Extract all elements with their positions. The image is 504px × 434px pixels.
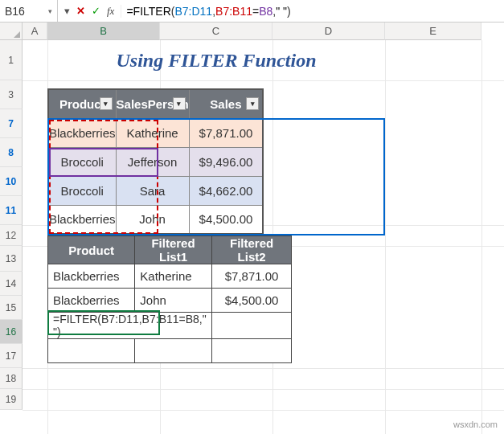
table-row[interactable]: =FILTER(B7:D11,B7:B11=B8," ") bbox=[48, 313, 292, 339]
header-product[interactable]: Product bbox=[48, 236, 135, 264]
row-header-14[interactable]: 14 bbox=[0, 272, 23, 296]
col-header-B[interactable]: B bbox=[47, 23, 160, 40]
table-header-row: Product Filtered List1 Filtered List2 bbox=[48, 236, 292, 264]
table-header-row: Product▾ SalesPerson▾ Sales▾ bbox=[48, 89, 263, 118]
source-table: Product▾ SalesPerson▾ Sales▾ Blackberrie… bbox=[47, 88, 264, 235]
cell-list1[interactable]: Katherine bbox=[135, 264, 211, 289]
cell-list2[interactable]: $7,871.00 bbox=[211, 264, 292, 289]
name-box[interactable]: B16 ▾ bbox=[0, 0, 58, 22]
row-headers: 1 3 7 8 10 11 12 13 14 15 16 17 18 19 bbox=[0, 40, 23, 410]
cell-sales[interactable]: $9,496.00 bbox=[189, 147, 263, 176]
row-header-10[interactable]: 10 bbox=[0, 167, 23, 196]
table-row[interactable]: Blackberries Katherine $7,871.00 bbox=[48, 264, 292, 289]
cell-sales[interactable]: $7,871.00 bbox=[189, 118, 263, 147]
cell-sales[interactable]: $4,500.00 bbox=[189, 205, 263, 234]
confirm-icon[interactable]: ✓ bbox=[92, 5, 100, 17]
watermark: wsxdn.com bbox=[453, 420, 498, 429]
cell-empty[interactable] bbox=[48, 339, 135, 363]
cell-product[interactable]: Broccoli bbox=[48, 176, 116, 205]
row-header-8[interactable]: 8 bbox=[0, 138, 23, 167]
cell-person[interactable]: Katherine bbox=[116, 118, 189, 147]
row-header-1[interactable]: 1 bbox=[0, 40, 23, 80]
table-row[interactable]: Broccoli Jefferson $9,496.00 bbox=[48, 147, 263, 176]
cell-product[interactable]: Blackberries bbox=[48, 118, 116, 147]
cell-product[interactable]: Broccoli bbox=[48, 147, 116, 176]
table-row[interactable] bbox=[48, 339, 292, 363]
header-salesperson[interactable]: SalesPerson▾ bbox=[116, 89, 189, 118]
spreadsheet-grid[interactable]: A B C D E 1 3 7 8 10 11 12 13 14 15 16 1… bbox=[0, 23, 504, 40]
cell-list2[interactable]: $4,500.00 bbox=[211, 289, 292, 313]
row-header-17[interactable]: 17 bbox=[0, 344, 23, 368]
page-title: Using FILTER Function bbox=[47, 40, 385, 80]
row-header-13[interactable]: 13 bbox=[0, 246, 23, 272]
formula-input[interactable]: =FILTER(B7:D11,B7:B11=B8," ") bbox=[121, 5, 504, 18]
cell-list1[interactable]: John bbox=[135, 289, 211, 313]
header-filtered1[interactable]: Filtered List1 bbox=[135, 236, 211, 264]
col-header-C[interactable]: C bbox=[160, 23, 272, 40]
table-row[interactable]: Blackberries John $4,500.00 bbox=[48, 289, 292, 313]
col-header-E[interactable]: E bbox=[385, 23, 481, 40]
row-header-19[interactable]: 19 bbox=[0, 389, 23, 410]
row-header-18[interactable]: 18 bbox=[0, 368, 23, 389]
column-headers: A B C D E bbox=[23, 23, 481, 40]
cell-sales[interactable]: $4,662.00 bbox=[189, 176, 263, 205]
row-header-16[interactable]: 16 bbox=[0, 320, 23, 344]
filter-icon[interactable]: ▾ bbox=[100, 97, 113, 110]
row-header-15[interactable]: 15 bbox=[0, 296, 23, 320]
select-all-corner[interactable] bbox=[0, 23, 23, 40]
name-box-dropdown-icon[interactable]: ▾ bbox=[48, 7, 52, 15]
table-row[interactable]: Blackberries John $4,500.00 bbox=[48, 205, 263, 234]
header-product[interactable]: Product▾ bbox=[48, 89, 116, 118]
cell-product[interactable]: Blackberries bbox=[48, 264, 135, 289]
row-header-3[interactable]: 3 bbox=[0, 80, 23, 109]
filter-icon[interactable]: ▾ bbox=[246, 97, 259, 110]
cell-person[interactable]: Jefferson bbox=[116, 147, 189, 176]
cell-person[interactable]: Sara bbox=[116, 176, 189, 205]
row-header-12[interactable]: 12 bbox=[0, 225, 23, 246]
cell-empty[interactable] bbox=[211, 313, 292, 339]
formula-bar: B16 ▾ ▾ ✕ ✓ fx =FILTER(B7:D11,B7:B11=B8,… bbox=[0, 0, 504, 23]
row-header-7[interactable]: 7 bbox=[0, 109, 23, 138]
header-sales[interactable]: Sales▾ bbox=[189, 89, 263, 118]
filter-icon[interactable]: ▾ bbox=[173, 97, 186, 110]
name-box-value: B16 bbox=[5, 5, 25, 18]
cell-empty[interactable] bbox=[135, 339, 211, 363]
col-header-D[interactable]: D bbox=[272, 23, 385, 40]
cancel-icon[interactable]: ✕ bbox=[76, 5, 85, 17]
cell-empty[interactable] bbox=[211, 339, 292, 363]
cell-product[interactable]: Blackberries bbox=[48, 289, 135, 313]
cell-person[interactable]: John bbox=[116, 205, 189, 234]
formula-bar-buttons: ▾ ✕ ✓ fx bbox=[58, 5, 121, 18]
header-filtered2[interactable]: Filtered List2 bbox=[211, 236, 292, 264]
fx-icon[interactable]: fx bbox=[107, 5, 114, 18]
dropdown-icon[interactable]: ▾ bbox=[64, 5, 70, 17]
cell-formula[interactable]: =FILTER(B7:D11,B7:B11=B8," ") bbox=[48, 313, 212, 339]
result-table: Product Filtered List1 Filtered List2 Bl… bbox=[47, 235, 292, 363]
table-row[interactable]: Broccoli Sara $4,662.00 bbox=[48, 176, 263, 205]
col-header-A[interactable]: A bbox=[23, 23, 47, 40]
cell-product[interactable]: Blackberries bbox=[48, 205, 116, 234]
table-row[interactable]: Blackberries Katherine $7,871.00 bbox=[48, 118, 263, 147]
row-header-11[interactable]: 11 bbox=[0, 196, 23, 225]
